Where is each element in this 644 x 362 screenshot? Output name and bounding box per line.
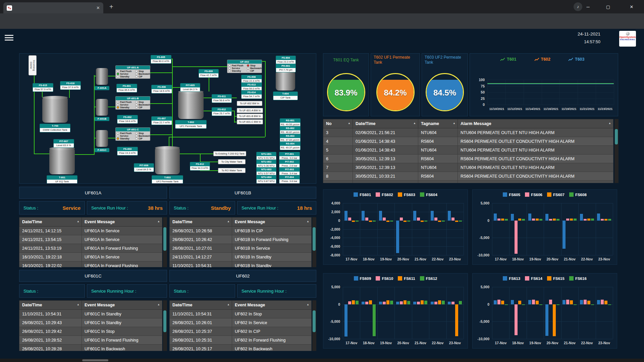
window-close-button[interactable]: ✕	[624, 0, 639, 13]
bar-fs616-23-Nov	[608, 304, 611, 305]
radio-service[interactable]: Service	[117, 73, 135, 75]
chart-legend: FS601FS602FS603FS604	[323, 192, 468, 197]
trend-legend-t601[interactable]: T601	[500, 57, 517, 62]
legend-item-fs609[interactable]: FS609	[354, 276, 371, 281]
radio-standby[interactable]: Standby	[228, 70, 247, 72]
radio-backwash[interactable]: Backwash	[135, 104, 150, 106]
hamburger-menu-icon[interactable]	[5, 34, 13, 40]
bar-fs613-17-Nov	[494, 300, 497, 304]
radio-fwd-flush[interactable]: Fwd Flush	[117, 101, 135, 103]
radio-stop[interactable]: Stop	[247, 64, 262, 67]
legend-item-fs606[interactable]: FS606	[525, 192, 542, 197]
column-header-event-message[interactable]: Event Message▲	[82, 218, 162, 227]
bar-fs604-17-Nov	[356, 221, 359, 222]
radio-cip[interactable]: CIP	[135, 75, 150, 78]
column-header-event-message[interactable]: Event Message▲	[232, 218, 312, 227]
sensor-fs-616: FS-616Flow 37.9 m³/h	[60, 81, 81, 90]
legend-item-fs615[interactable]: FS615	[547, 276, 565, 281]
tank-t-602	[178, 92, 204, 119]
legend-item-fs605[interactable]: FS605	[503, 192, 520, 197]
radio-stop[interactable]: Stop	[135, 101, 150, 103]
uf601c-table-scrollbar[interactable]	[163, 300, 167, 351]
uf602-table-scrollbar[interactable]	[312, 300, 316, 351]
table-cell: UF601C In Stop	[82, 327, 162, 336]
radio-stop[interactable]: Stop	[135, 70, 150, 72]
new-tab-button[interactable]: +	[109, 3, 113, 10]
tank-level-gauge-t603: 84.5%	[426, 73, 464, 111]
column-header-date-time[interactable]: Date/Time▲	[19, 301, 82, 310]
uf601b-table-scrollbar[interactable]	[312, 217, 316, 267]
bar-fs610-18-Nov	[365, 302, 368, 304]
radio-standby[interactable]: Standby	[117, 106, 135, 109]
table-cell: NTU604 PERMEATE OUTLET NTU HIGH ALARM	[458, 181, 613, 183]
column-header-date-time[interactable]: Date/Time▲	[19, 218, 82, 227]
route-label: To UF-601-B BW In	[237, 114, 263, 119]
radio-fwd-flush[interactable]: Fwd Flush	[228, 64, 247, 67]
tab-close-icon[interactable]: ✕	[96, 5, 100, 10]
trend-legend-t602[interactable]: T602	[534, 57, 551, 62]
table-row: 401/06/2021, 14:38:43RS604RS604 PERMEATE…	[323, 137, 613, 146]
legend-item-fs614[interactable]: FS614	[525, 276, 542, 281]
legend-item-fs601[interactable]: FS601	[354, 192, 371, 197]
sort-arrow-icon: ▲	[227, 303, 230, 306]
bar-fs611-18-Nov	[369, 300, 372, 304]
window-maximize-button[interactable]: ▢	[600, 0, 616, 13]
radio-cip[interactable]: CIP	[247, 70, 262, 72]
radio-stop[interactable]: Stop	[135, 132, 150, 134]
uf-control-uf-601-c: UF-601-CFwd FlushStopServiceBackwashStan…	[115, 127, 150, 141]
radio-fwd-flush[interactable]: Fwd Flush	[117, 70, 135, 72]
column-header-tagname[interactable]: Tagname▲	[418, 119, 458, 128]
bar-fs602-18-Nov	[365, 218, 368, 221]
pipe-line	[234, 116, 237, 117]
legend-item-fs611[interactable]: FS611	[398, 276, 415, 281]
browser-tab[interactable]: ✕	[3, 2, 103, 13]
bar-fs603-22-Nov	[438, 221, 441, 222]
route-label: To UF-602 BW In	[237, 101, 262, 106]
radio-backwash[interactable]: Backwash	[247, 67, 262, 69]
radio-backwash[interactable]: Backwash	[135, 73, 150, 75]
radio-fwd-flush[interactable]: Fwd Flush	[117, 132, 135, 134]
column-header-event-message[interactable]: Event Message▲	[82, 301, 162, 310]
radio-service[interactable]: Service	[117, 104, 135, 106]
table-cell: 26/08/2021, 10:25:37	[170, 327, 232, 336]
bar-fs615-23-Nov	[604, 301, 607, 304]
legend-item-fs608[interactable]: FS608	[569, 192, 587, 197]
bar-fs616-21-Nov	[574, 304, 577, 305]
legend-item-fs610[interactable]: FS610	[376, 276, 393, 281]
legend-item-fs607[interactable]: FS607	[547, 192, 565, 197]
legend-item-fs602[interactable]: FS602	[376, 192, 393, 197]
column-header-date-time[interactable]: Date/Time▲	[170, 218, 232, 227]
radio-standby[interactable]: Standby	[117, 75, 135, 78]
legend-item-fs603[interactable]: FS603	[398, 192, 415, 197]
column-header-alarm-message[interactable]: Alarm Message▲	[458, 119, 613, 128]
sort-arrow-icon: ▲	[453, 122, 455, 125]
column-header-no[interactable]: No▲	[323, 119, 353, 128]
sort-arrow-icon: ▲	[413, 122, 416, 125]
radio-backwash[interactable]: Backwash	[135, 135, 150, 137]
table-row: 26/08/2021, 10:26:01UF602 In Service	[170, 318, 312, 327]
uf601a-table-scrollbar[interactable]	[163, 217, 167, 267]
page-horizontal-scrollbar[interactable]	[0, 359, 644, 362]
legend-item-fs616[interactable]: FS616	[569, 276, 587, 281]
alarm-table-scrollbar[interactable]	[614, 119, 619, 183]
column-header-date-time[interactable]: Date/Time▲	[170, 301, 232, 310]
column-header-event-message[interactable]: Event Message▲	[232, 301, 312, 310]
table-cell: 11/10/2021, 10:54:31	[170, 310, 232, 318]
radio-standby[interactable]: Standby	[117, 137, 135, 140]
window-minimize-button[interactable]: ─	[580, 0, 596, 13]
sensor-fs-604: FS-604Flow 23.3 m³/h	[276, 56, 296, 64]
legend-item-fs604[interactable]: FS604	[420, 192, 437, 197]
radio-cip[interactable]: CIP	[135, 106, 150, 109]
radio-service[interactable]: Service	[117, 135, 135, 137]
pipe-line	[42, 91, 43, 97]
radio-cip[interactable]: CIP	[135, 137, 150, 140]
bar-fs613-19-Nov	[528, 300, 531, 304]
bar-fs613-21-Nov	[562, 300, 566, 304]
route-label: To UF-601-A BW In	[237, 108, 263, 113]
legend-item-fs612[interactable]: FS612	[420, 276, 437, 281]
route-label: To RO Water Tank	[218, 168, 246, 173]
radio-service[interactable]: Service	[228, 67, 247, 69]
column-header-date-time[interactable]: Date/Time▲	[353, 119, 418, 128]
legend-item-fs613[interactable]: FS613	[503, 276, 520, 281]
trend-legend-t603[interactable]: T603	[568, 57, 585, 62]
